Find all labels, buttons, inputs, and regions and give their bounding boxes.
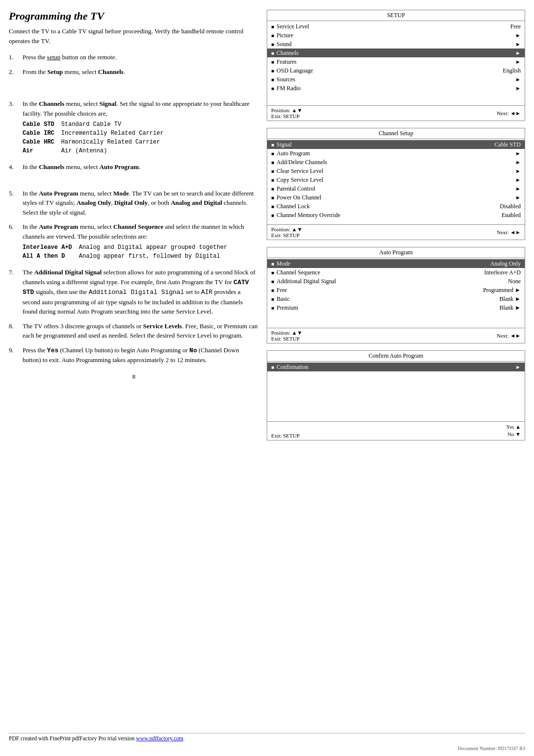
step-6-num: 6. [9, 222, 23, 232]
step-1-num: 1. [9, 52, 23, 62]
label: Channels [277, 49, 515, 57]
steps-list: 1. Press the setup button on the remote.… [9, 52, 259, 365]
auto-program-items: ■ Mode Analog Only ■ Channel Sequence In… [267, 258, 525, 313]
channel-setup-footer: Position: ▲▼Exit: SETUP Next: ◄► [267, 224, 525, 240]
cs-item-signal: ■ Signal Cable STD [267, 140, 525, 149]
channel-setup-items: ■ Signal Cable STD ■ Auto Program ► ■ Ad… [267, 139, 525, 220]
page-title: Programming the TV [9, 10, 259, 23]
setup-item-features: ■ Features ► [267, 57, 525, 66]
page-container: Programming the TV Connect the TV to a C… [0, 0, 534, 445]
setup-item-sources: ■ Sources ► [267, 75, 525, 84]
step-6-text: In the Auto Program menu, select Channel… [23, 222, 259, 263]
setup-menu-footer: Position: ▲▼Exit: SETUP Next: ◄► [267, 105, 525, 121]
step-1-text: Press the setup button on the remote. [23, 52, 259, 62]
menu-spacer [267, 220, 525, 224]
confirm-item-confirmation: ■ Confirmation ► [267, 363, 525, 371]
step-8-text: The TV offers 3 discrete groups of chann… [23, 321, 259, 341]
confirm-menu: Confirm Auto Program ■ Confirmation ► Ex… [267, 350, 525, 440]
setup-item-osd: ■ OSD Language English [267, 66, 525, 75]
label: Signal [277, 141, 494, 148]
bullet: ■ [271, 270, 274, 275]
yes-label: Yes ▲ [506, 423, 521, 431]
footer-divider [9, 733, 525, 733]
footer-right: Next: ◄► [497, 229, 521, 235]
spacer5 [9, 183, 259, 189]
footer-left: Position: ▲▼Exit: SETUP [271, 226, 303, 238]
menu-spacer [267, 94, 525, 105]
step-2-text: From the Setup menu, select Channels. [23, 67, 259, 77]
label: OSD Language [277, 67, 503, 74]
bullet: ■ [271, 186, 274, 192]
step-7-num: 7. [9, 268, 23, 277]
value: English [503, 67, 521, 74]
footer-left: Position: ▲▼Exit: SETUP [271, 330, 303, 341]
bullet: ■ [271, 160, 274, 165]
bullet: ■ [271, 305, 274, 311]
channel-setup-title: Channel Setup [267, 128, 525, 139]
bullet: ■ [271, 288, 274, 293]
step-3: 3. In the Channels menu, select Signal. … [9, 99, 259, 157]
bullet: ■ [271, 177, 274, 183]
ap-item-mode: ■ Mode Analog Only [267, 259, 525, 268]
spacer2 [9, 87, 259, 93]
cs-item-channel-memory: ■ Channel Memory Override Enabled [267, 211, 525, 219]
arrow: ► [515, 168, 521, 174]
label: Clear Service Level [277, 168, 515, 175]
step-8-num: 8. [9, 321, 23, 331]
arrow: ► [515, 59, 521, 65]
left-column: Programming the TV Connect the TV to a C… [9, 10, 259, 440]
right-column: SETUP ■ Service Level Free ■ Picture ► ■… [267, 10, 525, 440]
setup-item-channels: ■ Channels ► [267, 49, 525, 57]
bullet: ■ [271, 86, 274, 91]
arrow: ► [515, 159, 521, 165]
bullet: ■ [271, 151, 274, 156]
label: Sound [277, 41, 515, 48]
label: Basic [277, 295, 499, 303]
value: Blank ► [499, 304, 521, 312]
exit-setup: Exit: SETUP [271, 433, 300, 439]
bullet: ■ [271, 169, 274, 174]
confirm-footer: Exit: SETUP Yes ▲ No ▼ [267, 421, 525, 440]
label: Free [277, 287, 483, 294]
arrow: ► [515, 364, 521, 370]
cs-item-clear-service: ■ Clear Service Level ► [267, 167, 525, 175]
setup-item-service-level: ■ Service Level Free [267, 22, 525, 31]
step-2: 2. From the Setup menu, select Channels. [9, 67, 259, 77]
step-8: 8. The TV offers 3 discrete groups of ch… [9, 321, 259, 341]
auto-program-menu: Auto Program ■ Mode Analog Only ■ Channe… [267, 247, 525, 343]
step-2-num: 2. [9, 67, 23, 77]
intro-text: Connect the TV to a Cable TV signal befo… [9, 26, 259, 46]
bullet: ■ [271, 296, 274, 302]
step-4-text: In the Channels menu, select Auto Progra… [23, 162, 259, 172]
menu-spacer [267, 313, 525, 328]
confirm-title: Confirm Auto Program [267, 351, 525, 362]
setup-menu-items: ■ Service Level Free ■ Picture ► ■ Sound… [267, 21, 525, 94]
value: Programmed ► [483, 287, 521, 294]
value: None [508, 278, 521, 285]
label: Channel Memory Override [277, 212, 502, 219]
cs-item-auto-program: ■ Auto Program ► [267, 149, 525, 158]
bullet: ■ [271, 365, 274, 370]
bullet: ■ [271, 42, 274, 47]
arrow: ► [515, 41, 521, 47]
setup-item-sound: ■ Sound ► [267, 40, 525, 49]
footer-link[interactable]: www.pdffactory.com [136, 735, 183, 741]
bullet: ■ [271, 77, 274, 82]
step-3-num: 3. [9, 99, 23, 109]
arrow: ► [515, 186, 521, 192]
auto-program-footer: Position: ▲▼Exit: SETUP Next: ◄► [267, 328, 525, 343]
ap-item-additional-digital: ■ Additional Digital Signal None [267, 277, 525, 286]
value: Blank ► [499, 295, 521, 303]
no-label: No ▼ [508, 431, 521, 438]
footer-main-text: PDF created with FinePrint pdfFactory Pr… [9, 735, 136, 741]
footer-left: Position: ▲▼Exit: SETUP [271, 107, 303, 119]
step-6-table: Interleave A+DAnalog and Digital appear … [23, 243, 234, 261]
bullet: ■ [271, 59, 274, 65]
step-5-num: 5. [9, 189, 23, 198]
value: Enabled [502, 212, 521, 219]
cs-item-copy-service: ■ Copy Service Level ► [267, 175, 525, 184]
label: Copy Service Level [277, 176, 515, 184]
channel-setup-menu: Channel Setup ■ Signal Cable STD ■ Auto … [267, 128, 525, 240]
step-5: 5. In the Auto Program menu, select Mode… [9, 189, 259, 218]
bullet: ■ [271, 24, 274, 29]
